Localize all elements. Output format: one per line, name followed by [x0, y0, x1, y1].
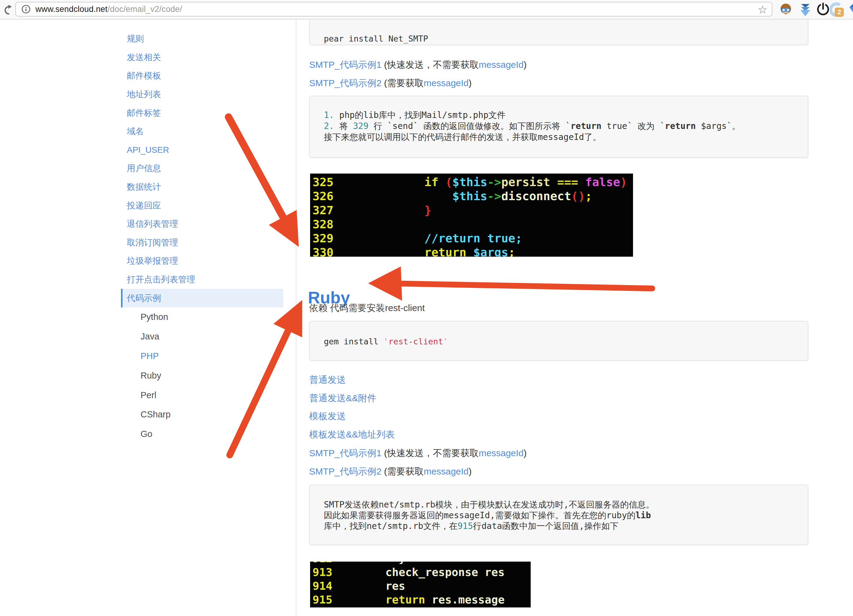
ruby-dependency-note: 依赖 代码需要安装rest-client: [309, 302, 425, 314]
sidebar-item[interactable]: 投递回应: [121, 196, 283, 215]
sidebar-subitem-language[interactable]: PHP: [141, 346, 232, 366]
php-link-smtp-example-2[interactable]: SMTP_代码示例2 (需要获取messageId): [309, 76, 472, 90]
sidebar-item[interactable]: 发送相关: [121, 48, 283, 67]
annotation-arrow-left-to-ruby: [368, 266, 652, 301]
power-extension-icon[interactable]: [816, 2, 830, 17]
sidebar-subitem-language[interactable]: Python: [141, 307, 232, 327]
sidebar-content-divider: [296, 19, 296, 616]
sidebar-item[interactable]: 垃圾举报管理: [121, 252, 283, 270]
url-path: /doc/email_v2/code/: [108, 5, 182, 14]
sidebar-item[interactable]: 代码示例: [121, 289, 283, 307]
browser-window: www.sendcloud.net/doc/email_v2/code/ ☆: [0, 0, 853, 616]
ruby-smtp-note-text: SMTP发送依赖net/smtp.rb模块，由于模块默认在发送成功时,不返回服务…: [324, 499, 654, 531]
ruby-link-template-send-addresslist[interactable]: 模板发送&&地址列表: [309, 428, 395, 441]
sidebar-item[interactable]: 取消订阅管理: [121, 234, 283, 252]
sidebar-item[interactable]: 打开点击列表管理: [121, 270, 283, 289]
sidebar-item[interactable]: 用户信息: [121, 159, 283, 178]
url-text[interactable]: www.sendcloud.net/doc/email_v2/code/: [35, 5, 182, 14]
ruby-install-command: gem install 'rest-client': [324, 337, 448, 346]
extension-badge: 2: [835, 8, 844, 17]
sidebar-subitem-language[interactable]: Java: [141, 327, 232, 346]
php-instructions-text: 1. php的lib库中，找到Mail/smtp.php文件2. 将 329 行…: [324, 110, 741, 143]
sidebar-subnav-languages: Python Java PHP Ruby Perl CSharp Go: [141, 307, 232, 444]
download-arrow-extension-icon[interactable]: [798, 2, 813, 17]
php-install-command: pear install Net_SMTP: [324, 34, 428, 43]
sidebar-item[interactable]: 域名: [121, 122, 283, 141]
php-code-screenshot: 325 if ($this->persist === false) {326 $…: [310, 174, 633, 256]
ring-extension-icon[interactable]: 2: [830, 2, 844, 17]
sidebar-item[interactable]: 规则: [121, 30, 283, 48]
ruby-link-smtp-example-1[interactable]: SMTP_代码示例1 (快速发送，不需要获取messageId): [309, 446, 527, 460]
sidebar-subitem-language[interactable]: Go: [141, 425, 232, 444]
sidebar-item[interactable]: 地址列表: [121, 85, 283, 104]
ruby-smtp-note-box: SMTP发送依赖net/smtp.rb模块，由于模块默认在发送成功时,不返回服务…: [309, 485, 808, 545]
sidebar-item[interactable]: 数据统计: [121, 178, 283, 196]
ruby-link-normal-send-attachment[interactable]: 普通发送&&附件: [309, 391, 376, 405]
php-instructions-box: 1. php的lib库中，找到Mail/smtp.php文件2. 将 329 行…: [309, 96, 808, 158]
sidebar-item[interactable]: API_USER: [121, 141, 283, 159]
url-host: www.sendcloud.net: [35, 5, 108, 14]
ruby-link-normal-send[interactable]: 普通发送: [309, 373, 346, 387]
gem-extension-icon[interactable]: [847, 2, 853, 17]
bookmark-star-icon[interactable]: ☆: [758, 3, 768, 17]
sidebar-subitem-language[interactable]: Perl: [141, 385, 232, 405]
reload-icon[interactable]: [1, 4, 12, 15]
ruby-link-smtp-example-2[interactable]: SMTP_代码示例2 (需要获取messageId): [309, 465, 472, 478]
sidebar-item[interactable]: 退信列表管理: [121, 215, 283, 234]
browser-toolbar: www.sendcloud.net/doc/email_v2/code/ ☆: [0, 0, 853, 20]
avatar-extension-icon[interactable]: [779, 2, 793, 17]
address-bar[interactable]: www.sendcloud.net/doc/email_v2/code/ ☆: [15, 2, 773, 17]
sidebar-item[interactable]: 邮件模板: [121, 67, 283, 85]
ruby-link-template-send[interactable]: 模板发送: [309, 410, 346, 423]
sidebar-subitem-language[interactable]: Ruby: [141, 366, 232, 385]
sidebar-nav: 规则 发送相关 邮件模板 地址列表 邮件标签 域名 API_USER 用户信息 …: [121, 30, 283, 307]
ruby-code-screenshot: 912 }913 check_response res914 res915 re…: [310, 561, 531, 607]
page-info-icon[interactable]: [21, 5, 30, 14]
annotation-arrow-up-to-code-examples: [230, 300, 302, 455]
php-link-smtp-example-1[interactable]: SMTP_代码示例1 (快速发送，不需要获取messageId): [309, 58, 527, 71]
sidebar-subitem-language[interactable]: CSharp: [141, 405, 232, 425]
sidebar-item[interactable]: 邮件标签: [121, 103, 283, 122]
ruby-install-code-box: gem install 'rest-client': [309, 321, 808, 361]
